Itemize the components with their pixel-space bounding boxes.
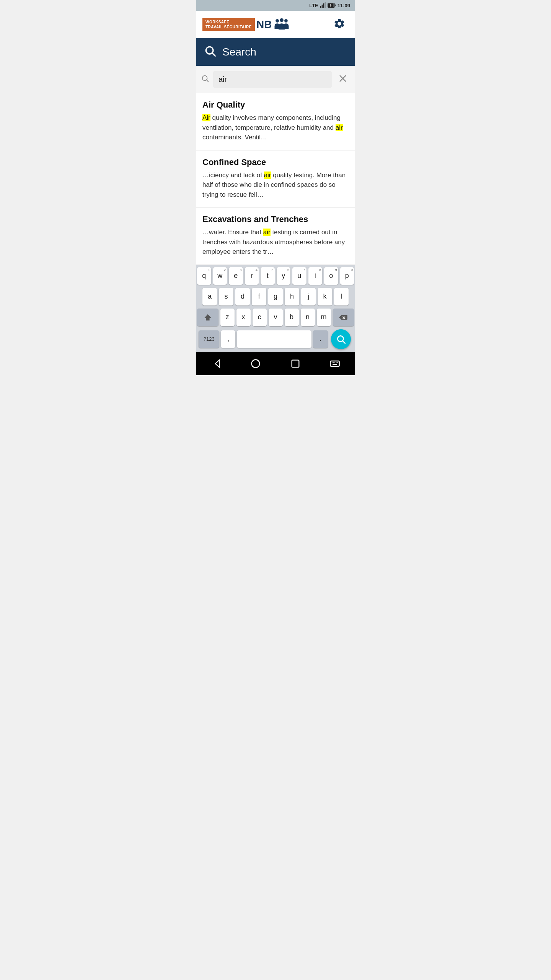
key-o[interactable]: 9o	[324, 267, 338, 285]
symbols-key[interactable]: ?123	[199, 330, 219, 348]
result-snippet-air-quality: Air quality involves many components, in…	[202, 113, 349, 142]
keyboard-row-3: z x c v b n m	[197, 309, 354, 326]
highlight-air-4: air	[263, 229, 271, 236]
result-title-excavations: Excavations and Trenches	[202, 214, 349, 224]
key-i[interactable]: 8i	[308, 267, 323, 285]
search-input[interactable]	[213, 71, 332, 88]
backspace-icon	[339, 314, 347, 321]
result-snippet-excavations: …water. Ensure that air testing is carri…	[202, 227, 349, 257]
svg-rect-3	[324, 2, 326, 8]
recents-button[interactable]	[290, 358, 301, 369]
key-t[interactable]: 5t	[261, 267, 275, 285]
svg-rect-6	[335, 5, 336, 7]
svg-marker-24	[215, 360, 219, 367]
svg-rect-27	[331, 361, 339, 366]
svg-point-11	[280, 18, 284, 22]
highlight-air-3: air	[264, 172, 271, 179]
key-d[interactable]: d	[235, 288, 250, 305]
clear-button[interactable]	[336, 73, 350, 87]
keyboard: 1q 2w 3e 4r 5t 6y 7u 8i 9o 0p a s d f g …	[196, 265, 355, 352]
result-snippet-confined-space: …iciency and lack of air quality testing…	[202, 170, 349, 200]
keyboard-nav-icon	[329, 358, 340, 369]
highlight-air-2: air	[336, 124, 343, 131]
key-z[interactable]: z	[220, 309, 235, 326]
home-button[interactable]	[250, 358, 261, 369]
keyboard-row-2: a s d f g h j k l	[197, 288, 354, 305]
highlight-air-1: Air	[202, 114, 210, 121]
key-u[interactable]: 7u	[292, 267, 306, 285]
back-button[interactable]	[211, 358, 222, 369]
home-icon	[250, 358, 261, 369]
search-header-icon	[204, 45, 216, 60]
key-l[interactable]: l	[334, 288, 349, 305]
key-f[interactable]: f	[252, 288, 266, 305]
logo-text: WorkSafe Travail Sécuritaire	[202, 18, 255, 31]
settings-button[interactable]	[330, 15, 349, 34]
shift-icon	[204, 313, 212, 322]
key-n[interactable]: n	[301, 309, 315, 326]
search-header-title: Search	[222, 46, 256, 58]
key-c[interactable]: c	[253, 309, 267, 326]
search-keyboard-button[interactable]	[331, 329, 351, 349]
search-keyboard-icon	[336, 334, 346, 344]
search-icon-large	[204, 45, 216, 57]
app-bar: WorkSafe Travail Sécuritaire NB	[196, 11, 355, 38]
key-r[interactable]: 4r	[245, 267, 259, 285]
result-title-confined-space: Confined Space	[202, 157, 349, 167]
result-item-air-quality[interactable]: Air Quality Air quality involves many co…	[196, 93, 355, 150]
key-m[interactable]: m	[317, 309, 331, 326]
network-indicator: LTE	[309, 3, 318, 8]
key-q[interactable]: 1q	[197, 267, 211, 285]
signal-icon	[320, 2, 326, 8]
key-x[interactable]: x	[236, 309, 251, 326]
key-j[interactable]: j	[301, 288, 316, 305]
status-bar: LTE 11:09	[196, 0, 355, 11]
svg-rect-1	[321, 5, 323, 8]
key-p[interactable]: 0p	[340, 267, 354, 285]
key-g[interactable]: g	[268, 288, 283, 305]
gear-icon	[333, 18, 346, 30]
search-icon-small	[201, 74, 209, 85]
svg-point-12	[284, 19, 288, 22]
clear-icon	[339, 74, 347, 83]
period-key[interactable]: .	[313, 330, 328, 348]
space-key[interactable]	[237, 330, 311, 348]
logo: WorkSafe Travail Sécuritaire NB	[202, 16, 290, 33]
back-icon	[211, 358, 222, 369]
svg-marker-19	[204, 314, 211, 320]
result-title-air-quality: Air Quality	[202, 100, 349, 110]
people-icon	[273, 16, 290, 33]
results-area: Air Quality Air quality involves many co…	[196, 93, 355, 265]
backspace-key[interactable]	[333, 309, 354, 326]
key-w[interactable]: 2w	[213, 267, 227, 285]
key-h[interactable]: h	[285, 288, 299, 305]
search-header: Search	[196, 38, 355, 66]
key-e[interactable]: 3e	[229, 267, 243, 285]
svg-line-23	[343, 341, 345, 343]
search-icon-input	[201, 74, 209, 83]
result-item-confined-space[interactable]: Confined Space …iciency and lack of air …	[196, 150, 355, 208]
comma-key[interactable]: ,	[221, 330, 235, 348]
svg-point-10	[276, 19, 279, 22]
keyboard-nav-button[interactable]	[329, 358, 340, 369]
result-item-excavations[interactable]: Excavations and Trenches …water. Ensure …	[196, 207, 355, 265]
svg-rect-0	[320, 6, 321, 8]
battery-icon	[328, 2, 336, 8]
status-icons: LTE 11:09	[309, 2, 350, 8]
key-y[interactable]: 6y	[277, 267, 291, 285]
keyboard-row-4: ?123 , .	[197, 329, 354, 349]
key-v[interactable]: v	[269, 309, 283, 326]
key-s[interactable]: s	[219, 288, 233, 305]
search-input-area	[196, 66, 355, 93]
svg-rect-26	[292, 360, 299, 367]
svg-line-14	[212, 53, 215, 56]
svg-line-16	[207, 80, 209, 82]
time-display: 11:09	[337, 3, 350, 8]
logo-nb: NB	[256, 16, 290, 33]
nav-bar	[196, 352, 355, 375]
svg-point-25	[252, 359, 260, 368]
key-a[interactable]: a	[202, 288, 217, 305]
shift-key[interactable]	[197, 309, 218, 326]
key-k[interactable]: k	[318, 288, 332, 305]
key-b[interactable]: b	[285, 309, 299, 326]
